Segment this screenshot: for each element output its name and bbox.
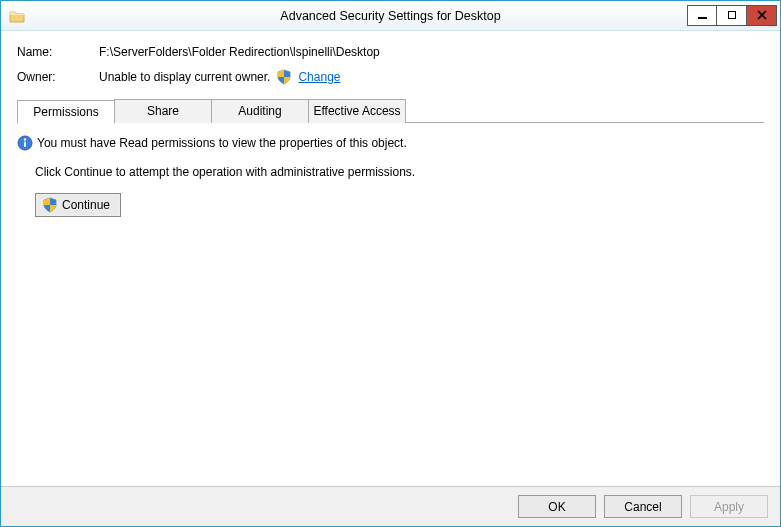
uac-shield-icon xyxy=(276,69,292,85)
owner-label: Owner: xyxy=(17,70,99,84)
maximize-button[interactable] xyxy=(717,5,747,26)
cancel-button[interactable]: Cancel xyxy=(604,495,682,518)
dialog-footer: OK Cancel Apply xyxy=(1,486,780,526)
info-message-row: You must have Read permissions to view t… xyxy=(17,135,764,151)
continue-button-label: Continue xyxy=(62,198,110,212)
folder-icon xyxy=(9,8,25,24)
titlebar: Advanced Security Settings for Desktop xyxy=(1,1,780,31)
name-value: F:\ServerFolders\Folder Redirection\lspi… xyxy=(99,45,380,59)
tab-panel-permissions: You must have Read permissions to view t… xyxy=(17,122,764,478)
continue-message: Click Continue to attempt the operation … xyxy=(35,165,764,179)
owner-value: Unable to display current owner. xyxy=(99,70,270,84)
svg-point-1 xyxy=(24,138,26,140)
advanced-security-window: Advanced Security Settings for Desktop N… xyxy=(0,0,781,527)
tab-permissions[interactable]: Permissions xyxy=(17,100,115,124)
ok-button[interactable]: OK xyxy=(518,495,596,518)
tab-auditing[interactable]: Auditing xyxy=(211,99,309,123)
tab-share[interactable]: Share xyxy=(114,99,212,123)
close-button[interactable] xyxy=(747,5,777,26)
content-area: Name: F:\ServerFolders\Folder Redirectio… xyxy=(1,31,780,486)
minimize-button[interactable] xyxy=(687,5,717,26)
info-message-text: You must have Read permissions to view t… xyxy=(37,136,407,150)
apply-button: Apply xyxy=(690,495,768,518)
tab-effective-access[interactable]: Effective Access xyxy=(308,99,406,123)
svg-rect-2 xyxy=(24,142,26,148)
name-row: Name: F:\ServerFolders\Folder Redirectio… xyxy=(17,45,764,59)
continue-button[interactable]: Continue xyxy=(35,193,121,217)
uac-shield-icon xyxy=(42,197,58,213)
window-controls xyxy=(687,5,777,27)
info-icon xyxy=(17,135,33,151)
owner-row: Owner: Unable to display current owner. … xyxy=(17,69,764,85)
name-label: Name: xyxy=(17,45,99,59)
window-title: Advanced Security Settings for Desktop xyxy=(1,9,780,23)
change-owner-link[interactable]: Change xyxy=(298,70,340,84)
tab-strip: Permissions Share Auditing Effective Acc… xyxy=(17,99,764,123)
